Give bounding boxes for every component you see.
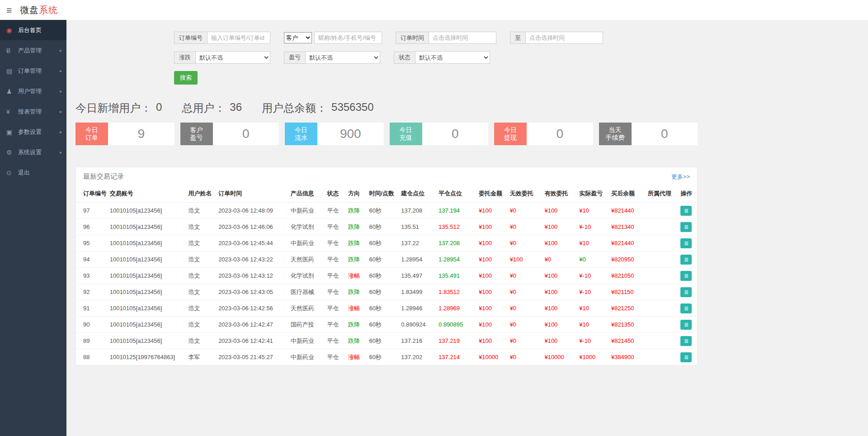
cell-order-no: 93 (76, 268, 107, 284)
cell-balance-after: ¥821250 (609, 300, 645, 317)
yen-icon: ¥ (6, 108, 16, 115)
sidebar-item-label: 参数设置 (18, 128, 42, 136)
row-detail-button[interactable]: ≣ (680, 271, 692, 281)
list-icon: ≣ (684, 322, 689, 327)
brand-primary: 微盘 (20, 5, 39, 15)
cell-status: 平仓 (325, 235, 345, 251)
column-header: 实际盈亏 (576, 185, 609, 203)
sidebar-item-label: 报表管理 (18, 108, 42, 116)
cell-order-time: 2023-03-06 12:42:56 (216, 300, 288, 317)
cell-agent (645, 300, 678, 317)
list-icon: ≣ (684, 224, 689, 230)
cell-balance-after: ¥821350 (609, 317, 645, 333)
row-detail-button[interactable]: ≣ (680, 287, 692, 297)
column-header: 订单编号 (76, 185, 107, 203)
cell-agent (645, 349, 678, 365)
row-detail-button[interactable]: ≣ (680, 336, 692, 346)
row-detail-button[interactable]: ≣ (680, 303, 692, 313)
cell-valid-entrust: ¥10000 (542, 349, 576, 365)
cell-direction: 跌降 (345, 251, 366, 268)
table-row: 92 10010105[a123456] 浩文 2023-03-06 12:43… (76, 284, 697, 300)
sidebar-item-dashboard[interactable]: ◉ 后台首页 (0, 20, 66, 40)
cell-status: 平仓 (325, 317, 345, 333)
row-detail-button[interactable]: ≣ (680, 352, 692, 362)
sidebar-item-users[interactable]: ♟ 用户管理 ▸ (0, 81, 66, 101)
more-link[interactable]: 更多>> (671, 173, 690, 181)
cell-direction: 涨幅 (345, 349, 366, 365)
cell-actual-pnl: ¥-10 (576, 268, 609, 284)
cell-order-time: 2023-03-05 21:45:27 (216, 349, 288, 365)
cell-duration: 60秒 (367, 317, 399, 333)
cell-entrust-amount: ¥100 (476, 300, 507, 317)
search-button[interactable]: 搜索 (174, 71, 198, 85)
trades-table: 订单编号 交易账号 用户姓名 订单时间 产品信息 状态 方向 时间/点数 建仓点… (76, 185, 697, 365)
row-detail-button[interactable]: ≣ (680, 238, 692, 248)
hamburger-menu-icon[interactable]: ≡ (6, 5, 12, 15)
order-no-label: 订单编号 (174, 32, 207, 44)
time-end-input[interactable] (525, 32, 603, 44)
row-detail-button[interactable]: ≣ (680, 206, 692, 216)
time-to-filter: 至 (510, 32, 603, 44)
stat-value: 36 (230, 101, 242, 115)
column-header: 操作 (678, 185, 697, 203)
panel-title: 最新交易记录 (83, 172, 124, 181)
sidebar-item-reports[interactable]: ¥ 报表管理 ▸ (0, 101, 66, 122)
cell-account: 10010105[a123456] (107, 300, 186, 317)
customer-keyword-input[interactable] (314, 32, 382, 44)
profit-select[interactable]: 默认不选 (305, 51, 380, 64)
cell-open-point: 137.216 (398, 333, 436, 349)
cell-entrust-amount: ¥100 (476, 219, 507, 235)
cell-order-time: 2023-03-06 12:43:12 (216, 268, 288, 284)
sidebar-item-params[interactable]: ▣ 参数设置 ▸ (0, 122, 66, 142)
column-header: 产品信息 (288, 185, 325, 203)
stat-value: 5356350 (331, 101, 373, 115)
updown-select[interactable]: 默认不选 (195, 51, 270, 64)
cell-actual-pnl: ¥1000 (576, 349, 609, 365)
cell-valid-entrust: ¥100 (542, 219, 576, 235)
sidebar-item-orders[interactable]: ▤ 订单管理 ▸ (0, 61, 66, 81)
card-today-deposit: 今日充值 0 (390, 123, 489, 145)
cell-open-point: 135.497 (398, 268, 436, 284)
cell-duration: 60秒 (367, 300, 399, 317)
cell-balance-after: ¥821050 (609, 268, 645, 284)
sidebar-item-label: 订单管理 (18, 67, 42, 75)
column-header: 有效委托 (542, 185, 576, 203)
cell-product: 中新药业 (288, 333, 325, 349)
row-detail-button[interactable]: ≣ (680, 222, 692, 232)
cell-username: 浩文 (185, 251, 216, 268)
row-detail-button[interactable]: ≣ (680, 320, 692, 330)
cell-agent (645, 219, 678, 235)
stat-new-users: 今日新增用户： 0 (75, 101, 162, 115)
cell-order-time: 2023-03-06 12:48:09 (216, 203, 288, 219)
sidebar-item-logout[interactable]: ⊙ 退出 (0, 162, 66, 183)
column-header: 用户姓名 (185, 185, 216, 203)
cell-ops: ≣ (678, 251, 697, 268)
table-body: 97 10010105[a123456] 浩文 2023-03-06 12:48… (76, 203, 697, 365)
cell-direction: 涨幅 (345, 300, 366, 317)
order-no-input[interactable] (207, 32, 270, 44)
cell-actual-pnl: ¥10 (576, 203, 609, 219)
status-select[interactable]: 默认不选 (415, 51, 490, 64)
customer-type-select[interactable]: 客户 (284, 32, 312, 43)
time-start-input[interactable] (429, 32, 496, 44)
cell-valid-entrust: ¥100 (542, 284, 576, 300)
table-row: 90 10010105[a123456] 浩文 2023-03-06 12:42… (76, 317, 697, 333)
cell-open-point: 135.51 (398, 219, 436, 235)
cell-duration: 60秒 (367, 203, 399, 219)
cell-invalid-entrust: ¥0 (507, 349, 542, 365)
cell-status: 平仓 (325, 284, 345, 300)
row-detail-button[interactable]: ≣ (680, 255, 692, 265)
sidebar-item-settings[interactable]: ⚙ 系统设置 ▸ (0, 142, 66, 162)
cell-status: 平仓 (325, 300, 345, 317)
cell-order-no: 90 (76, 317, 107, 333)
cell-valid-entrust: ¥100 (542, 235, 576, 251)
cell-duration: 60秒 (367, 284, 399, 300)
sidebar-item-products[interactable]: Ƀ 产品管理 ▸ (0, 40, 66, 61)
cell-order-time: 2023-03-06 12:43:05 (216, 284, 288, 300)
status-filter: 状态 默认不选 (394, 51, 490, 64)
profit-label: 盈亏 (284, 52, 305, 64)
cell-actual-pnl: ¥-10 (576, 333, 609, 349)
cell-order-no: 91 (76, 300, 107, 317)
cell-actual-pnl: ¥10 (576, 300, 609, 317)
cell-agent (645, 251, 678, 268)
